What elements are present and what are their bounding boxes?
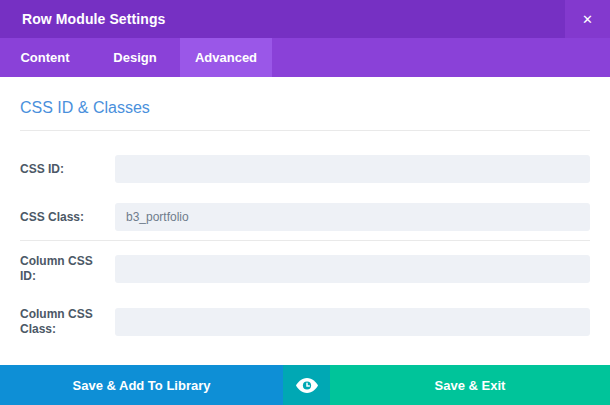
- column-css-id-input[interactable]: [115, 255, 590, 283]
- modal-title: Row Module Settings: [0, 11, 165, 27]
- close-icon: ✕: [582, 12, 593, 27]
- css-class-label: CSS Class:: [20, 210, 115, 225]
- css-id-label: CSS ID:: [20, 162, 115, 177]
- tab-content[interactable]: Content: [0, 38, 90, 77]
- section-heading: CSS ID & Classes: [20, 99, 590, 117]
- save-add-to-library-button[interactable]: Save & Add To Library: [0, 365, 283, 405]
- column-css-class-input[interactable]: [115, 308, 590, 336]
- field-row-column-css-class: Column CSS Class:: [20, 307, 590, 337]
- column-css-id-label: Column CSS ID:: [20, 254, 115, 284]
- section-divider: [20, 130, 590, 131]
- close-button[interactable]: ✕: [565, 0, 610, 38]
- column-css-class-label: Column CSS Class:: [20, 307, 115, 337]
- settings-body: CSS ID & Classes CSS ID: CSS Class: Colu…: [0, 99, 610, 337]
- preview-button[interactable]: [283, 365, 330, 405]
- group-divider: [20, 240, 590, 241]
- save-and-exit-button[interactable]: Save & Exit: [330, 365, 610, 405]
- tab-advanced[interactable]: Advanced: [180, 38, 272, 77]
- settings-tabbar: Content Design Advanced: [0, 38, 610, 77]
- modal-footer: Save & Add To Library Save & Exit: [0, 365, 610, 405]
- css-class-input[interactable]: [115, 203, 590, 231]
- row-module-settings-modal: Row Module Settings ✕ Content Design Adv…: [0, 0, 610, 405]
- css-id-input[interactable]: [115, 155, 590, 183]
- field-row-css-class: CSS Class:: [20, 203, 590, 231]
- tab-design[interactable]: Design: [90, 38, 180, 77]
- modal-header: Row Module Settings ✕: [0, 0, 610, 38]
- eye-icon: [295, 377, 319, 394]
- field-row-column-css-id: Column CSS ID:: [20, 254, 590, 284]
- field-row-css-id: CSS ID:: [20, 155, 590, 183]
